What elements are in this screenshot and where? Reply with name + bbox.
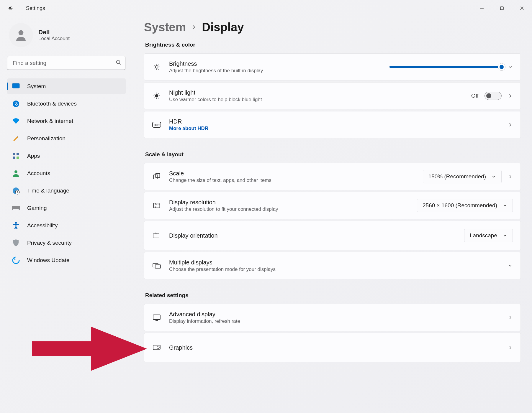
chevron-down-icon[interactable] xyxy=(508,64,513,70)
section-title-related: Related settings xyxy=(145,292,521,299)
section-title-scale: Scale & layout xyxy=(145,151,521,158)
card-orientation[interactable]: Display orientation Landscape xyxy=(144,221,521,250)
sidebar-item-apps[interactable]: Apps xyxy=(7,148,126,164)
sidebar-item-label: Bluetooth & devices xyxy=(27,101,77,107)
account-row[interactable]: Dell Local Account xyxy=(7,19,126,54)
sidebar-item-label: Privacy & security xyxy=(27,240,72,246)
chevron-down-icon xyxy=(491,174,496,179)
card-brightness[interactable]: Brightness Adjust the brightness of the … xyxy=(144,53,521,80)
card-title: Display orientation xyxy=(169,232,218,239)
chevron-down-icon[interactable] xyxy=(508,263,513,268)
night-light-toggle[interactable] xyxy=(484,92,502,100)
chevron-right-icon xyxy=(191,23,197,32)
search-input[interactable] xyxy=(7,56,126,70)
card-title: Advanced display xyxy=(169,311,240,318)
sidebar-item-accounts[interactable]: Accounts xyxy=(7,165,126,181)
sidebar-item-system[interactable]: System xyxy=(7,78,126,94)
card-sub: Adjust the resolution to fit your connec… xyxy=(169,206,278,212)
cards-brightness-color: Brightness Adjust the brightness of the … xyxy=(144,53,521,138)
hdr-link[interactable]: More about HDR xyxy=(169,126,208,131)
chevron-right-icon[interactable] xyxy=(508,93,513,98)
person-icon xyxy=(14,28,28,42)
minimize-button[interactable] xyxy=(472,2,492,14)
cards-related: Advanced display Display information, re… xyxy=(144,304,521,362)
person-icon xyxy=(12,169,20,177)
svg-rect-28 xyxy=(153,315,160,320)
svg-rect-27 xyxy=(155,265,161,268)
annotation-arrow xyxy=(32,324,150,375)
sidebar-item-personalization[interactable]: Personalization xyxy=(7,131,126,146)
chevron-right-icon[interactable] xyxy=(508,174,513,179)
svg-point-18 xyxy=(155,65,158,68)
card-hdr[interactable]: HDR HDR More about HDR xyxy=(144,111,521,138)
close-button[interactable] xyxy=(512,2,532,14)
sidebar-item-time-language[interactable]: Time & language xyxy=(7,183,126,198)
hdr-icon: HDR xyxy=(152,120,161,129)
settings-window: Settings Dell Local Account xyxy=(0,0,532,413)
svg-text:HDR: HDR xyxy=(154,124,160,126)
chevron-down-icon xyxy=(502,203,507,208)
resolution-dropdown[interactable]: 2560 × 1600 (Recommended) xyxy=(417,199,513,212)
card-night-light[interactable]: Night light Use warmer colors to help bl… xyxy=(144,82,521,109)
shield-icon xyxy=(12,239,20,247)
card-multiple-displays[interactable]: Multiple displays Choose the presentatio… xyxy=(144,252,521,279)
svg-point-16 xyxy=(15,222,17,224)
chevron-right-icon[interactable] xyxy=(508,315,513,320)
svg-point-17 xyxy=(13,257,19,264)
sidebar-item-label: Apps xyxy=(27,153,40,159)
sidebar-item-label: Time & language xyxy=(27,187,69,194)
chevron-right-icon[interactable] xyxy=(508,122,513,127)
toggle-knob xyxy=(486,93,491,98)
svg-line-4 xyxy=(120,63,121,65)
dropdown-value: 150% (Recommended) xyxy=(428,173,486,180)
avatar xyxy=(9,23,33,47)
card-graphics[interactable]: Graphics xyxy=(144,333,521,362)
close-icon xyxy=(520,6,524,10)
scale-dropdown[interactable]: 150% (Recommended) xyxy=(423,170,502,183)
sidebar-item-network[interactable]: Network & internet xyxy=(7,113,126,129)
card-title: Display resolution xyxy=(169,199,278,206)
card-advanced-display[interactable]: Advanced display Display information, re… xyxy=(144,304,521,331)
bluetooth-icon xyxy=(12,100,20,108)
chevron-right-icon[interactable] xyxy=(508,345,513,350)
svg-point-3 xyxy=(117,60,120,64)
sidebar-item-label: System xyxy=(27,83,46,90)
svg-rect-10 xyxy=(17,153,19,155)
sidebar-item-accessibility[interactable]: Accessibility xyxy=(7,218,126,233)
svg-rect-24 xyxy=(154,203,160,208)
dropdown-value: Landscape xyxy=(470,232,497,239)
svg-rect-11 xyxy=(13,157,15,159)
breadcrumb: System Display xyxy=(144,21,521,34)
sidebar-item-gaming[interactable]: Gaming xyxy=(7,200,126,216)
sidebar-item-label: Accessibility xyxy=(27,222,58,229)
account-name: Dell xyxy=(38,29,70,36)
slider-thumb[interactable] xyxy=(498,63,505,71)
card-title: Graphics xyxy=(169,344,193,351)
maximize-icon xyxy=(500,6,504,10)
sidebar-item-label: Gaming xyxy=(27,205,47,211)
maximize-button[interactable] xyxy=(492,2,512,14)
card-sub: Use warmer colors to help block blue lig… xyxy=(169,97,262,103)
monitor-icon xyxy=(152,313,161,322)
gpu-icon xyxy=(152,343,161,352)
crumb-parent[interactable]: System xyxy=(144,21,186,34)
sidebar-item-label: Accounts xyxy=(27,170,50,177)
svg-point-2 xyxy=(19,30,24,35)
sidebar-item-bluetooth[interactable]: Bluetooth & devices xyxy=(7,96,126,111)
caption-controls xyxy=(472,2,532,14)
sidebar-item-windows-update[interactable]: Windows Update xyxy=(7,252,126,268)
back-button[interactable] xyxy=(5,2,17,14)
orientation-dropdown[interactable]: Landscape xyxy=(464,229,513,242)
back-arrow-icon xyxy=(7,5,14,11)
multiple-displays-icon xyxy=(152,261,161,270)
section-title-brightness: Brightness & color xyxy=(145,42,521,48)
card-scale[interactable]: Scale Change the size of text, apps, and… xyxy=(144,163,521,190)
chevron-down-icon xyxy=(502,233,507,238)
cards-scale-layout: Scale Change the size of text, apps, and… xyxy=(144,163,521,279)
card-resolution[interactable]: Display resolution Adjust the resolution… xyxy=(144,192,521,219)
paintbrush-icon xyxy=(12,134,20,143)
sidebar-item-label: Personalization xyxy=(27,135,66,142)
brightness-slider[interactable] xyxy=(389,66,502,68)
card-sub: Adjust the brightness of the built-in di… xyxy=(169,68,263,74)
sidebar-item-privacy[interactable]: Privacy & security xyxy=(7,235,126,251)
